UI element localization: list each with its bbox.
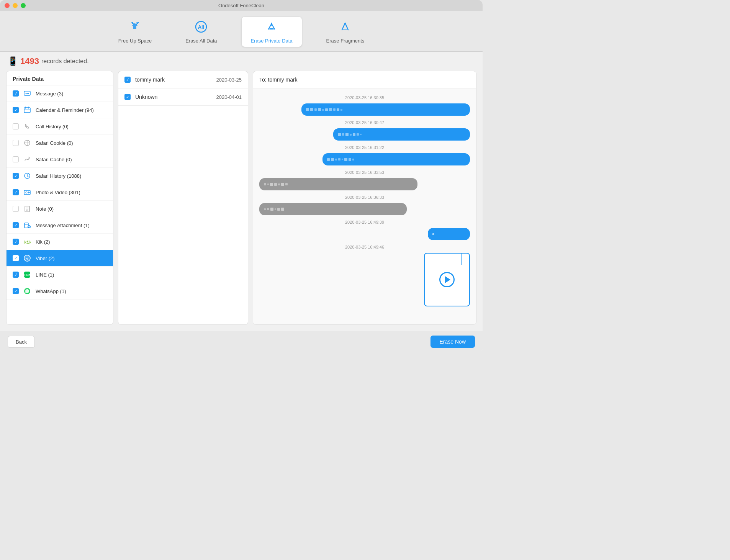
- contact-row-tommy[interactable]: tommy mark 2020-03-25: [118, 71, 248, 88]
- checkbox-photo-video[interactable]: [13, 189, 19, 195]
- msg-timestamp-7: 2020-03-25 16:49:46: [259, 245, 470, 249]
- list-item-line[interactable]: LINE LINE (1): [7, 267, 113, 283]
- checkbox-unknown[interactable]: [124, 94, 131, 100]
- msg-timestamp-5: 2020-03-25 16:36:33: [259, 195, 470, 200]
- erase-now-button[interactable]: Erase Now: [430, 336, 475, 348]
- contact-name-tommy: tommy mark: [135, 77, 212, 83]
- label-message: Message (3): [36, 91, 107, 97]
- nav-erase-fragments[interactable]: Erase Fragments: [317, 17, 374, 47]
- private-data-header: Private Data: [7, 71, 113, 85]
- middle-panel: tommy mark 2020-03-25 Unknown 2020-04-01: [118, 71, 248, 325]
- msg-timestamp-6: 2020-03-25 16:49:39: [259, 220, 470, 224]
- list-item-whatsapp[interactable]: WhatsApp (1): [7, 283, 113, 300]
- media-placeholder: [424, 253, 470, 306]
- msg-timestamp-3: 2020-03-25 16:31:22: [259, 145, 470, 150]
- safari-cookie-icon: [23, 138, 32, 147]
- checkbox-safari-cookie[interactable]: [13, 140, 19, 146]
- checkbox-safari-history[interactable]: [13, 173, 19, 179]
- records-text: records detected.: [41, 58, 89, 65]
- checkbox-viber[interactable]: [13, 255, 19, 261]
- maximize-button[interactable]: [21, 3, 26, 8]
- list-item-message-attachment[interactable]: Message Attachment (1): [7, 217, 113, 234]
- label-kik: Kik (2): [36, 239, 107, 245]
- svg-text:V: V: [26, 257, 28, 260]
- label-call-history: Call History (0): [36, 124, 107, 129]
- list-item-note[interactable]: Note (0): [7, 201, 113, 217]
- list-item-safari-history[interactable]: Safari History (1088): [7, 168, 113, 184]
- free-up-space-icon: [128, 20, 142, 36]
- list-item-call-history[interactable]: Call History (0): [7, 118, 113, 135]
- kik-icon: kik: [23, 237, 32, 246]
- nav-erase-all-data[interactable]: All Erase All Data: [176, 17, 226, 47]
- list-item-viber[interactable]: V Viber (2): [7, 250, 113, 267]
- checkbox-safari-cache[interactable]: [13, 156, 19, 162]
- svg-rect-11: [24, 108, 30, 113]
- list-item-message[interactable]: Message (3): [7, 85, 113, 102]
- svg-line-20: [27, 176, 28, 177]
- contact-date-unknown: 2020-04-01: [216, 94, 242, 100]
- whatsapp-icon: [23, 287, 32, 296]
- svg-text:kik: kik: [24, 240, 31, 245]
- svg-point-10: [28, 93, 29, 94]
- list-item-photo-video[interactable]: Photo & Video (301): [7, 184, 113, 201]
- to-name: tommy mark: [268, 77, 298, 83]
- svg-point-1: [136, 22, 138, 24]
- nav-erase-private-data[interactable]: Erase Private Data: [242, 17, 302, 47]
- msg-bubble-4: [259, 178, 417, 190]
- svg-point-9: [27, 93, 28, 94]
- message-attachment-icon: [23, 221, 32, 230]
- play-triangle-icon: [445, 276, 450, 283]
- list-item-safari-cache[interactable]: Safari Cache (0): [7, 151, 113, 168]
- list-item-safari-cookie[interactable]: Safari Cookie (0): [7, 135, 113, 151]
- messages-area[interactable]: 2020-03-25 16:30:35: [253, 88, 476, 324]
- label-calendar: Calendar & Reminder (94): [36, 107, 107, 113]
- traffic-lights: [5, 3, 26, 8]
- label-line: LINE (1): [36, 272, 107, 278]
- records-count: 1493: [20, 56, 39, 66]
- photo-video-icon: [23, 188, 32, 197]
- checkbox-line[interactable]: [13, 272, 19, 278]
- checkbox-message[interactable]: [13, 90, 19, 97]
- msg-timestamp-2: 2020-03-25 16:30:47: [259, 120, 470, 125]
- nav-free-up-space[interactable]: Free Up Space: [109, 17, 161, 47]
- erase-all-data-icon: All: [194, 20, 208, 36]
- msg-timestamp-4: 2020-03-25 16:33:53: [259, 170, 470, 175]
- list-item-calendar[interactable]: Calendar & Reminder (94): [7, 102, 113, 118]
- nav-erase-all-data-label: Erase All Data: [185, 38, 217, 44]
- label-message-attachment: Message Attachment (1): [36, 223, 107, 228]
- message-icon: [23, 89, 32, 98]
- top-nav: Free Up Space All Erase All Data Erase P…: [0, 11, 483, 52]
- safari-cache-icon: [23, 155, 32, 164]
- label-note: Note (0): [36, 206, 107, 212]
- viber-icon: V: [23, 254, 32, 263]
- titlebar: Ondesoft FoneClean: [0, 0, 483, 11]
- phone-icon: 📱: [8, 56, 18, 66]
- nav-free-up-space-label: Free Up Space: [118, 38, 152, 44]
- checkbox-calendar[interactable]: [13, 107, 19, 113]
- checkbox-message-attachment[interactable]: [13, 222, 19, 228]
- left-panel: Private Data Message (3): [6, 71, 113, 325]
- list-item-kik[interactable]: kik Kik (2): [7, 234, 113, 250]
- checkbox-note[interactable]: [13, 206, 19, 212]
- svg-text:All: All: [198, 24, 205, 30]
- checkbox-tommy[interactable]: [124, 77, 131, 83]
- msg-timestamp-1: 2020-03-25 16:30:35: [259, 95, 470, 100]
- checkbox-whatsapp[interactable]: [13, 288, 19, 294]
- minimize-button[interactable]: [13, 3, 18, 8]
- note-icon: [23, 204, 32, 213]
- msg-bubble-3: [322, 153, 470, 165]
- erase-fragments-icon: [338, 20, 352, 36]
- close-button[interactable]: [5, 3, 10, 8]
- contact-row-unknown[interactable]: Unknown 2020-04-01: [118, 88, 248, 106]
- back-button[interactable]: Back: [8, 336, 35, 348]
- line-icon: LINE: [23, 270, 32, 279]
- checkbox-call-history[interactable]: [13, 123, 19, 129]
- label-whatsapp: WhatsApp (1): [36, 288, 107, 294]
- right-panel: To: tommy mark 2020-03-25 16:30:35: [253, 71, 476, 325]
- svg-point-0: [132, 22, 133, 24]
- msg-bubble-1: [301, 103, 470, 116]
- msg-bubble-6: [428, 228, 470, 240]
- svg-rect-6: [343, 29, 347, 30]
- label-safari-history: Safari History (1088): [36, 173, 107, 179]
- checkbox-kik[interactable]: [13, 239, 19, 245]
